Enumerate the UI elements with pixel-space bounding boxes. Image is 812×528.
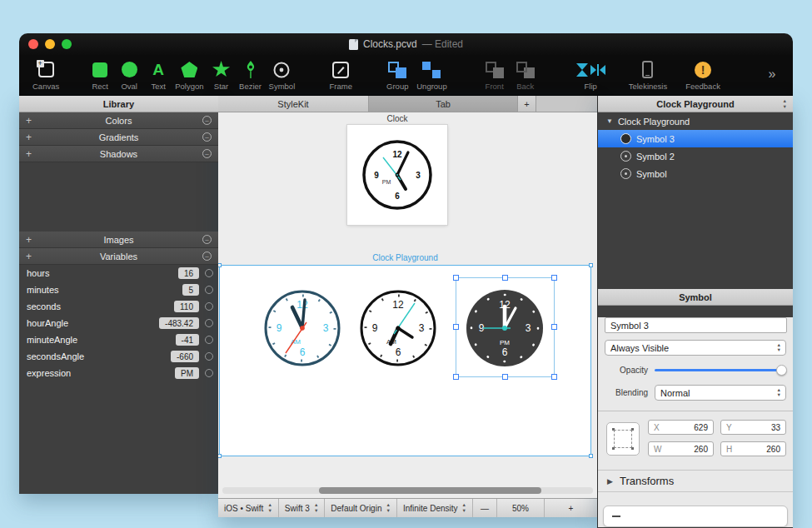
frame-button[interactable]: Frame (328, 59, 353, 91)
section-options-icon[interactable]: – (202, 132, 212, 142)
x-field[interactable]: X 629 (648, 420, 714, 435)
inspector-header[interactable]: Clock Playground ▲▼ (598, 96, 793, 112)
back-button[interactable]: Back (513, 59, 538, 91)
variable-value[interactable]: -660 (171, 351, 199, 362)
tree-item-symbol-3[interactable]: Symbol 3 (598, 130, 793, 147)
visibility-select[interactable]: Always Visible ▲▼ (605, 340, 786, 356)
variable-row[interactable]: minutes 5 (19, 281, 218, 298)
tab-document[interactable]: Tab (369, 96, 518, 112)
opacity-slider[interactable] (655, 365, 786, 376)
variable-options-icon[interactable] (205, 269, 213, 277)
origin-select[interactable]: Default Origin ▲▼ (325, 499, 397, 517)
feedback-button[interactable]: ! Feedback (685, 59, 720, 91)
clock-playground-group[interactable]: Clock Playground 12 3 6 9 AM (219, 265, 591, 456)
variable-row[interactable]: hourAngle -483.42 (19, 315, 218, 331)
disclosure-right-icon[interactable]: ▶ (607, 477, 613, 486)
artboard-clock[interactable]: Clock 12 3 6 9 PM (347, 125, 447, 225)
resize-handle[interactable] (551, 374, 557, 380)
density-select[interactable]: Infinite Density ▲▼ (397, 499, 473, 517)
variable-options-icon[interactable] (205, 286, 213, 294)
oval-button[interactable]: Oval (117, 59, 142, 91)
section-shadows[interactable]: + Shadows – (19, 146, 218, 162)
variable-options-icon[interactable] (205, 336, 213, 344)
add-icon[interactable]: + (26, 234, 32, 246)
blending-select[interactable]: Normal ▲▼ (655, 385, 786, 401)
zoom-in-button[interactable]: + (545, 499, 597, 517)
variable-value[interactable]: 16 (178, 267, 199, 279)
resize-handle[interactable] (502, 275, 508, 281)
section-options-icon[interactable]: – (202, 235, 212, 244)
flip-button[interactable]: Flip (576, 59, 605, 91)
variable-value[interactable]: 110 (174, 301, 199, 312)
width-field[interactable]: W 260 (648, 441, 714, 456)
section-options-icon[interactable]: – (202, 252, 212, 261)
resize-handle[interactable] (453, 374, 459, 380)
zoom-out-button[interactable]: — (473, 499, 497, 517)
variable-options-icon[interactable] (205, 352, 213, 361)
star-button[interactable]: Star (209, 59, 234, 91)
symbol-button[interactable]: Symbol (269, 59, 296, 91)
section-gradients[interactable]: + Gradients – (19, 129, 218, 146)
variable-value[interactable]: 5 (182, 284, 199, 296)
height-field[interactable]: H 260 (720, 441, 786, 456)
add-icon[interactable]: + (26, 132, 32, 143)
slider-knob[interactable] (776, 365, 787, 376)
minimize-button[interactable] (45, 39, 55, 49)
platform-select[interactable]: iOS • Swift ▲▼ (218, 499, 279, 517)
resizing-origin-icon[interactable] (606, 422, 640, 456)
section-images[interactable]: + Images – (19, 232, 218, 248)
canvas-area[interactable]: Clock 12 3 6 9 PM (218, 112, 597, 498)
tree-item-symbol-2[interactable]: Symbol 2 (598, 147, 793, 165)
resize-handle[interactable] (502, 374, 508, 380)
variable-options-icon[interactable] (205, 369, 213, 377)
variable-row[interactable]: secondsAngle -660 (19, 348, 218, 365)
section-options-icon[interactable]: – (202, 116, 212, 125)
zoom-button[interactable] (62, 39, 72, 49)
polygon-button[interactable]: Polygon (175, 59, 203, 91)
zoom-level[interactable]: 50% (497, 499, 545, 517)
section-options-icon[interactable]: – (202, 149, 212, 158)
close-button[interactable] (28, 39, 38, 49)
section-colors[interactable]: + Colors – (19, 112, 218, 129)
clock-blue[interactable]: 12 3 6 9 AM (257, 282, 348, 374)
resize-handle[interactable] (453, 324, 459, 330)
resize-handle[interactable] (453, 275, 459, 281)
add-icon[interactable]: + (26, 148, 32, 160)
bezier-button[interactable]: Bezier (238, 59, 263, 91)
clock-white[interactable]: 12 3 6 9 AM (352, 282, 444, 374)
clock-dark[interactable]: 12 3 6 9 PM (459, 282, 550, 374)
variable-value[interactable]: -41 (176, 334, 199, 346)
scrollbar-thumb[interactable] (319, 487, 541, 494)
tab-add-button[interactable]: + (518, 96, 536, 112)
text-button[interactable]: A Text (146, 59, 171, 91)
language-select[interactable]: Swift 3 ▲▼ (279, 499, 325, 517)
variable-options-icon[interactable] (205, 302, 213, 311)
tree-item-symbol[interactable]: Symbol (598, 165, 793, 182)
canvas-button[interactable]: + Canvas (32, 59, 59, 91)
transforms-disclosure[interactable]: ▶ Transforms (598, 470, 793, 492)
variable-value[interactable]: PM (175, 367, 199, 379)
variable-row[interactable]: seconds 110 (19, 298, 218, 315)
collapsed-panel[interactable] (603, 506, 788, 527)
ungroup-button[interactable]: Ungroup (416, 59, 446, 91)
front-button[interactable]: Front (482, 59, 507, 91)
add-icon[interactable]: + (26, 251, 32, 262)
symbol-name-field[interactable] (605, 317, 787, 333)
resize-handle[interactable] (551, 324, 557, 330)
variable-row[interactable]: minuteAngle -41 (19, 331, 218, 348)
variable-value[interactable]: -483.42 (159, 317, 199, 329)
y-field[interactable]: Y 33 (720, 420, 786, 435)
artboard-label[interactable]: Clock (347, 114, 447, 123)
section-variables[interactable]: + Variables – (19, 248, 218, 265)
tree-item-root[interactable]: ▼ Clock Playground (598, 112, 793, 130)
clock-drawing[interactable]: 12 3 6 9 PM (356, 133, 439, 217)
variable-row[interactable]: hours 16 (19, 265, 218, 281)
variable-options-icon[interactable] (205, 319, 213, 327)
horizontal-scrollbar[interactable] (222, 487, 593, 494)
telekinesis-button[interactable]: Telekinesis (629, 59, 667, 91)
rect-button[interactable]: Rect (87, 59, 112, 91)
resize-handle[interactable] (551, 275, 557, 281)
variable-row[interactable]: expression PM (19, 365, 218, 381)
disclosure-down-icon[interactable]: ▼ (606, 117, 613, 125)
add-icon[interactable]: + (26, 115, 32, 127)
